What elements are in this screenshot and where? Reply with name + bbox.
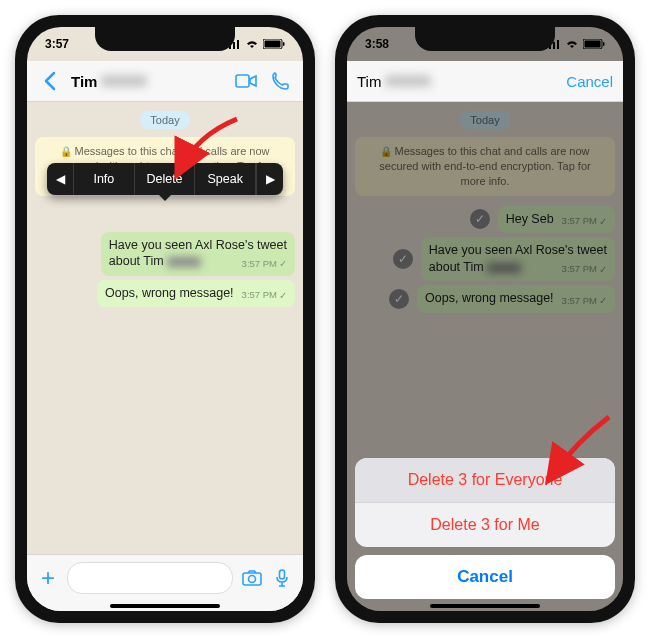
back-icon[interactable] (37, 68, 63, 94)
svg-rect-6 (283, 42, 285, 46)
svg-rect-2 (233, 42, 235, 49)
message-row: Oops, wrong message! 3:57 PM✓ (35, 280, 295, 308)
menu-delete[interactable]: Delete (135, 163, 196, 195)
notch (95, 27, 235, 51)
phone-right: 3:58 Tim Cancel Today (335, 15, 635, 623)
chat-header: Tim (27, 61, 303, 102)
context-menu: ◀ Info Delete Speak ▶ (47, 163, 283, 195)
svg-rect-3 (237, 40, 239, 49)
svg-point-9 (249, 576, 256, 583)
attach-icon[interactable]: + (37, 564, 59, 592)
menu-info[interactable]: Info (74, 163, 135, 195)
cancel-selection-button[interactable]: Cancel (566, 73, 613, 90)
contact-name-redacted (101, 75, 147, 87)
camera-icon[interactable] (241, 570, 263, 586)
popover-prev-icon[interactable]: ◀ (47, 163, 74, 195)
home-indicator (430, 604, 540, 608)
status-time: 3:58 (365, 37, 389, 51)
action-sheet: Delete 3 for Everyone Delete 3 for Me Ca… (355, 458, 615, 599)
delete-for-me-button[interactable]: Delete 3 for Me (355, 503, 615, 547)
svg-rect-18 (603, 42, 605, 46)
wifi-icon (565, 39, 579, 49)
message-row: Have you seen Axl Rose's tweet about Tim… (35, 232, 295, 276)
video-call-icon[interactable] (233, 68, 259, 94)
popover-next-icon[interactable]: ▶ (256, 163, 283, 195)
message-bubble[interactable]: Have you seen Axl Rose's tweet about Tim… (101, 232, 295, 276)
contact-name-redacted (385, 75, 431, 87)
mic-icon[interactable] (271, 569, 293, 587)
action-sheet-cancel-button[interactable]: Cancel (355, 555, 615, 599)
contact-name: Tim (71, 73, 97, 90)
screen: 3:57 Tim (27, 27, 303, 611)
chat-title: Tim (357, 73, 558, 90)
phone-left: 3:57 Tim (15, 15, 315, 623)
message-meta: 3:57 PM✓ (242, 289, 287, 303)
menu-speak[interactable]: Speak (195, 163, 256, 195)
input-bar: + (27, 554, 303, 611)
delete-for-everyone-button[interactable]: Delete 3 for Everyone (355, 458, 615, 503)
chat-title[interactable]: Tim (71, 73, 225, 90)
audio-call-icon[interactable] (267, 68, 293, 94)
message-bubble[interactable]: Oops, wrong message! 3:57 PM✓ (97, 280, 295, 308)
notch (415, 27, 555, 51)
svg-rect-14 (553, 42, 555, 49)
battery-icon (583, 39, 605, 49)
svg-rect-17 (585, 41, 601, 48)
status-time: 3:57 (45, 37, 69, 51)
chat-header-selection: Tim Cancel (347, 61, 623, 102)
svg-rect-15 (557, 40, 559, 49)
home-indicator (110, 604, 220, 608)
battery-icon (263, 39, 285, 49)
day-pill: Today (140, 111, 189, 129)
lock-icon: 🔒 (60, 146, 72, 157)
message-meta: 3:57 PM✓ (242, 257, 287, 271)
svg-rect-10 (280, 570, 285, 579)
screen: 3:58 Tim Cancel Today (347, 27, 623, 611)
svg-rect-5 (265, 41, 281, 48)
wifi-icon (245, 39, 259, 49)
action-sheet-group: Delete 3 for Everyone Delete 3 for Me (355, 458, 615, 547)
svg-rect-7 (236, 75, 249, 87)
message-input[interactable] (67, 562, 233, 594)
